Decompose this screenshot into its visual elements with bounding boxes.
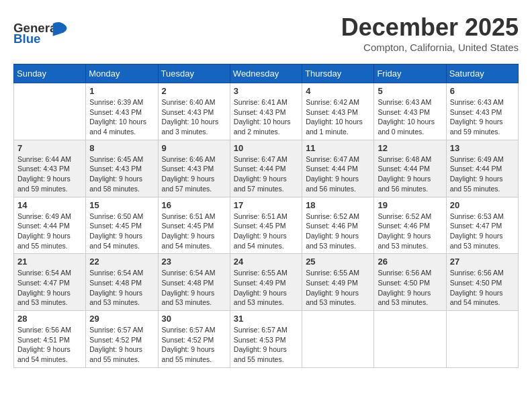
calendar-cell: 28Sunrise: 6:56 AMSunset: 4:51 PMDayligh… (14, 311, 86, 368)
day-info: Sunrise: 6:49 AMSunset: 4:44 PMDaylight:… (17, 212, 82, 251)
calendar-cell: 29Sunrise: 6:57 AMSunset: 4:52 PMDayligh… (86, 311, 158, 368)
calendar-cell: 18Sunrise: 6:52 AMSunset: 4:46 PMDayligh… (302, 197, 374, 254)
location: Compton, California, United States (341, 42, 519, 53)
day-number: 23 (162, 257, 226, 267)
calendar-cell: 4Sunrise: 6:42 AMSunset: 4:43 PMDaylight… (302, 83, 374, 140)
day-number: 30 (162, 314, 226, 324)
calendar-cell: 19Sunrise: 6:52 AMSunset: 4:46 PMDayligh… (374, 197, 446, 254)
day-info: Sunrise: 6:56 AMSunset: 4:50 PMDaylight:… (378, 268, 442, 308)
calendar-cell: 7Sunrise: 6:44 AMSunset: 4:43 PMDaylight… (14, 140, 86, 197)
column-header-tuesday: Tuesday (158, 64, 230, 83)
calendar-cell: 3Sunrise: 6:41 AMSunset: 4:43 PMDaylight… (230, 83, 302, 140)
day-number: 4 (306, 86, 370, 96)
calendar-cell (374, 311, 446, 368)
logo: General Blue (13, 17, 67, 49)
day-info: Sunrise: 6:54 AMSunset: 4:48 PMDaylight:… (89, 268, 154, 308)
calendar-cell: 22Sunrise: 6:54 AMSunset: 4:48 PMDayligh… (86, 254, 158, 311)
column-header-friday: Friday (374, 64, 446, 83)
calendar-cell: 16Sunrise: 6:51 AMSunset: 4:45 PMDayligh… (158, 197, 230, 254)
day-info: Sunrise: 6:43 AMSunset: 4:43 PMDaylight:… (378, 97, 442, 137)
calendar-cell: 27Sunrise: 6:56 AMSunset: 4:50 PMDayligh… (446, 254, 518, 311)
day-number: 3 (234, 86, 298, 96)
day-info: Sunrise: 6:54 AMSunset: 4:48 PMDaylight:… (162, 268, 226, 308)
calendar-cell: 2Sunrise: 6:40 AMSunset: 4:43 PMDaylight… (158, 83, 230, 140)
column-header-saturday: Saturday (446, 64, 518, 83)
day-info: Sunrise: 6:55 AMSunset: 4:49 PMDaylight:… (234, 268, 298, 308)
page-header: General Blue December 2025 Compton, Cali… (13, 13, 519, 53)
day-info: Sunrise: 6:55 AMSunset: 4:49 PMDaylight:… (306, 268, 370, 308)
calendar-cell: 31Sunrise: 6:57 AMSunset: 4:53 PMDayligh… (230, 311, 302, 368)
day-number: 6 (450, 86, 515, 96)
day-info: Sunrise: 6:51 AMSunset: 4:45 PMDaylight:… (162, 212, 226, 251)
day-number: 16 (162, 200, 226, 210)
calendar-cell: 5Sunrise: 6:43 AMSunset: 4:43 PMDaylight… (374, 83, 446, 140)
calendar-cell: 26Sunrise: 6:56 AMSunset: 4:50 PMDayligh… (374, 254, 446, 311)
calendar-cell: 23Sunrise: 6:54 AMSunset: 4:48 PMDayligh… (158, 254, 230, 311)
day-info: Sunrise: 6:56 AMSunset: 4:50 PMDaylight:… (450, 268, 515, 308)
logo-icon: General Blue (13, 17, 67, 48)
day-number: 21 (17, 257, 82, 267)
day-info: Sunrise: 6:46 AMSunset: 4:43 PMDaylight:… (162, 154, 226, 194)
calendar-cell: 9Sunrise: 6:46 AMSunset: 4:43 PMDaylight… (158, 140, 230, 197)
calendar-cell: 15Sunrise: 6:50 AMSunset: 4:45 PMDayligh… (86, 197, 158, 254)
day-number: 28 (17, 314, 82, 324)
day-number: 15 (89, 200, 154, 210)
day-number: 5 (378, 86, 442, 96)
day-info: Sunrise: 6:48 AMSunset: 4:44 PMDaylight:… (378, 154, 442, 194)
day-number: 19 (378, 200, 442, 210)
day-info: Sunrise: 6:56 AMSunset: 4:51 PMDaylight:… (17, 325, 82, 365)
calendar-week-row: 1Sunrise: 6:39 AMSunset: 4:43 PMDaylight… (14, 83, 519, 140)
month-title: December 2025 (341, 13, 519, 42)
calendar-cell: 8Sunrise: 6:45 AMSunset: 4:43 PMDaylight… (86, 140, 158, 197)
day-info: Sunrise: 6:57 AMSunset: 4:52 PMDaylight:… (89, 325, 154, 365)
day-info: Sunrise: 6:44 AMSunset: 4:43 PMDaylight:… (17, 154, 82, 194)
day-number: 22 (89, 257, 154, 267)
day-info: Sunrise: 6:47 AMSunset: 4:44 PMDaylight:… (306, 154, 370, 194)
calendar-header-row: SundayMondayTuesdayWednesdayThursdayFrid… (14, 64, 519, 83)
calendar-cell (14, 83, 86, 140)
day-number: 29 (89, 314, 154, 324)
day-info: Sunrise: 6:47 AMSunset: 4:44 PMDaylight:… (234, 154, 298, 194)
day-info: Sunrise: 6:52 AMSunset: 4:46 PMDaylight:… (378, 212, 442, 251)
day-number: 13 (450, 143, 515, 153)
calendar-cell: 10Sunrise: 6:47 AMSunset: 4:44 PMDayligh… (230, 140, 302, 197)
day-number: 14 (17, 200, 82, 210)
column-header-monday: Monday (86, 64, 158, 83)
day-number: 8 (89, 143, 154, 153)
calendar-cell: 24Sunrise: 6:55 AMSunset: 4:49 PMDayligh… (230, 254, 302, 311)
calendar-cell: 21Sunrise: 6:54 AMSunset: 4:47 PMDayligh… (14, 254, 86, 311)
calendar-cell: 17Sunrise: 6:51 AMSunset: 4:45 PMDayligh… (230, 197, 302, 254)
calendar-week-row: 7Sunrise: 6:44 AMSunset: 4:43 PMDaylight… (14, 140, 519, 197)
calendar-cell: 1Sunrise: 6:39 AMSunset: 4:43 PMDaylight… (86, 83, 158, 140)
calendar-cell: 25Sunrise: 6:55 AMSunset: 4:49 PMDayligh… (302, 254, 374, 311)
day-info: Sunrise: 6:57 AMSunset: 4:52 PMDaylight:… (162, 325, 226, 365)
calendar-cell: 14Sunrise: 6:49 AMSunset: 4:44 PMDayligh… (14, 197, 86, 254)
title-section: December 2025 Compton, California, Unite… (341, 13, 519, 53)
day-number: 26 (378, 257, 442, 267)
day-info: Sunrise: 6:51 AMSunset: 4:45 PMDaylight:… (234, 212, 298, 251)
day-number: 1 (89, 86, 154, 96)
day-number: 2 (162, 86, 226, 96)
calendar-cell: 12Sunrise: 6:48 AMSunset: 4:44 PMDayligh… (374, 140, 446, 197)
day-number: 11 (306, 143, 370, 153)
day-info: Sunrise: 6:41 AMSunset: 4:43 PMDaylight:… (234, 97, 298, 137)
day-info: Sunrise: 6:40 AMSunset: 4:43 PMDaylight:… (162, 97, 226, 137)
calendar-cell: 30Sunrise: 6:57 AMSunset: 4:52 PMDayligh… (158, 311, 230, 368)
calendar-week-row: 21Sunrise: 6:54 AMSunset: 4:47 PMDayligh… (14, 254, 519, 311)
day-info: Sunrise: 6:39 AMSunset: 4:43 PMDaylight:… (89, 97, 154, 137)
calendar-table: SundayMondayTuesdayWednesdayThursdayFrid… (13, 64, 519, 368)
day-number: 10 (234, 143, 298, 153)
column-header-sunday: Sunday (14, 64, 86, 83)
day-number: 18 (306, 200, 370, 210)
column-header-wednesday: Wednesday (230, 64, 302, 83)
day-info: Sunrise: 6:45 AMSunset: 4:43 PMDaylight:… (89, 154, 154, 194)
day-number: 27 (450, 257, 515, 267)
day-info: Sunrise: 6:49 AMSunset: 4:44 PMDaylight:… (450, 154, 515, 194)
calendar-cell: 13Sunrise: 6:49 AMSunset: 4:44 PMDayligh… (446, 140, 518, 197)
calendar-week-row: 14Sunrise: 6:49 AMSunset: 4:44 PMDayligh… (14, 197, 519, 254)
day-number: 31 (234, 314, 298, 324)
calendar-cell (302, 311, 374, 368)
day-number: 7 (17, 143, 82, 153)
day-info: Sunrise: 6:43 AMSunset: 4:43 PMDaylight:… (450, 97, 515, 137)
day-number: 17 (234, 200, 298, 210)
